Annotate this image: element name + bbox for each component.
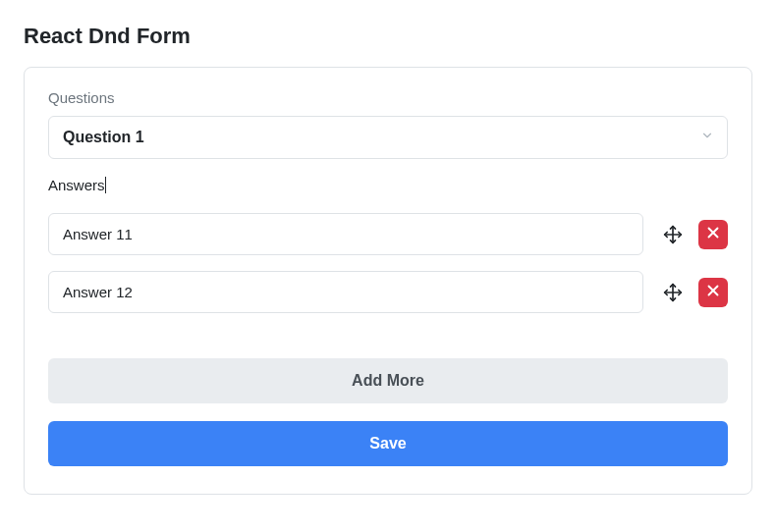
answers-label: Answers [48,177,105,193]
answer-input-1[interactable] [48,213,643,255]
move-icon[interactable] [661,281,685,304]
question-select[interactable]: Question 1 [48,116,728,159]
text-cursor [105,177,106,193]
questions-label: Questions [48,89,728,106]
move-icon[interactable] [661,223,685,246]
answer-row [48,213,728,255]
close-icon [704,224,722,245]
delete-button[interactable] [698,278,728,307]
answer-input-2[interactable] [48,271,643,313]
page-title: React Dnd Form [24,24,752,49]
form-actions: Add More Save [48,358,728,466]
answers-list [48,213,728,313]
question-select-value: Question 1 [48,116,728,159]
answer-row [48,271,728,313]
delete-button[interactable] [698,220,728,249]
close-icon [704,282,722,303]
save-button[interactable]: Save [48,421,728,466]
form-card: Questions Question 1 Answers [24,67,752,495]
add-more-button[interactable]: Add More [48,358,728,403]
